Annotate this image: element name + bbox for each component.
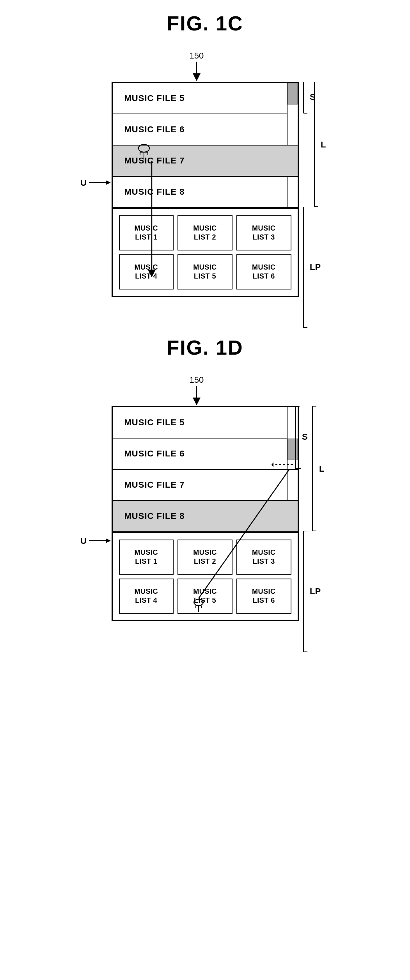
scrollbar-thumb-1c[interactable] xyxy=(288,83,298,105)
file-row-6-1d: MUSIC FILE 6 xyxy=(113,439,298,470)
file-row-5-1d: MUSIC FILE 5 xyxy=(113,407,298,439)
svg-marker-49 xyxy=(106,538,111,543)
playlist-1-1d[interactable]: MUSIC LIST 1 xyxy=(119,540,174,575)
label-150-1c: 150 xyxy=(190,51,204,61)
bracket-sl-svg-1d: S L xyxy=(295,406,334,531)
cursor-1c xyxy=(136,144,152,165)
playlist-4-1d[interactable]: MUSIC LIST 4 xyxy=(119,579,174,614)
playlist-4-1c[interactable]: MUSIC LIST 4 xyxy=(119,254,174,289)
figure-1d-title: FIG. 1D xyxy=(167,336,243,359)
right-labels-sl-1c: S L xyxy=(303,82,334,207)
file-row-5-1c: MUSIC FILE 5 xyxy=(113,83,298,114)
playlist-5-1c[interactable]: MUSIC LIST 5 xyxy=(177,254,233,289)
svg-text:L: L xyxy=(321,140,326,149)
bracket-lp-svg-1d: LP xyxy=(303,531,334,652)
svg-marker-25 xyxy=(193,398,201,405)
bracket-lp-svg-1c: LP xyxy=(303,207,334,328)
label-150-1d: 150 xyxy=(190,375,204,385)
arrow-svg-1d xyxy=(191,386,202,407)
playlist-3-1d[interactable]: MUSIC LIST 3 xyxy=(236,540,291,575)
figure-1d: FIG. 1D 150 MUSIC FILE 5 xyxy=(112,336,299,621)
svg-point-2 xyxy=(138,144,149,152)
svg-text:U: U xyxy=(80,178,87,188)
arrow-150-1c: 150 xyxy=(190,51,204,83)
diagram-1c: MUSIC FILE 5 MUSIC FILE 6 MUSIC FILE 7 M… xyxy=(112,82,299,297)
file-row-7-1d: MUSIC FILE 7 xyxy=(113,470,298,501)
playlist-1-1c[interactable]: MUSIC LIST 1 xyxy=(119,215,174,250)
file-row-6-1c: MUSIC FILE 6 xyxy=(113,114,298,146)
arrow-150-1d: 150 xyxy=(190,375,204,407)
svg-text:S: S xyxy=(302,432,308,442)
svg-marker-1 xyxy=(193,73,201,81)
device-box-1c: MUSIC FILE 5 MUSIC FILE 6 MUSIC FILE 7 M… xyxy=(112,82,299,297)
right-labels-sl-1d: S L xyxy=(295,406,334,531)
u-label-svg-1c: U xyxy=(80,175,112,190)
bracket-sl-svg-1c: S L xyxy=(303,82,334,207)
diagram-1d: MUSIC FILE 5 MUSIC FILE 6 MUSIC FILE 7 M… xyxy=(112,406,299,621)
playlist-section-1c: MUSIC LIST 1 MUSIC LIST 2 MUSIC LIST 3 M… xyxy=(113,208,298,296)
file-row-8-1c: MUSIC FILE 8 xyxy=(113,177,298,208)
svg-marker-23 xyxy=(106,180,111,185)
playlist-6-1d[interactable]: MUSIC LIST 6 xyxy=(236,579,291,614)
svg-text:U: U xyxy=(80,536,87,546)
playlist-section-1d: MUSIC LIST 1 MUSIC LIST 2 MUSIC LIST 3 M… xyxy=(113,532,298,620)
playlist-3-1c[interactable]: MUSIC LIST 3 xyxy=(236,215,291,250)
playlist-2-1c[interactable]: MUSIC LIST 2 xyxy=(177,215,233,250)
playlist-5-1d[interactable]: MUSIC LIST 5 xyxy=(177,579,233,614)
right-label-lp-1d: LP xyxy=(303,531,334,652)
label-u-1c: U xyxy=(80,175,112,192)
device-box-1d: MUSIC FILE 5 MUSIC FILE 6 MUSIC FILE 7 M… xyxy=(112,406,299,621)
svg-marker-42 xyxy=(272,462,273,467)
right-label-lp-1c: LP xyxy=(303,207,334,328)
figure-1c-title: FIG. 1C xyxy=(167,12,243,35)
arrow-svg-1c xyxy=(191,62,202,83)
dashed-arrow-s-1d xyxy=(272,457,295,472)
playlist-2-1d[interactable]: MUSIC LIST 2 xyxy=(177,540,233,575)
figure-1c: FIG. 1C 150 MUSIC FILE 5 xyxy=(112,12,299,297)
u-label-svg-1d: U xyxy=(80,533,112,549)
file-row-8-1d: MUSIC FILE 8 xyxy=(113,501,298,532)
label-u-1d: U xyxy=(80,533,112,550)
svg-text:LP: LP xyxy=(310,586,321,596)
file-list-1d: MUSIC FILE 5 MUSIC FILE 6 MUSIC FILE 7 M… xyxy=(113,407,298,532)
svg-text:LP: LP xyxy=(310,262,321,272)
playlist-6-1c[interactable]: MUSIC LIST 6 xyxy=(236,254,291,289)
svg-text:L: L xyxy=(319,464,324,474)
